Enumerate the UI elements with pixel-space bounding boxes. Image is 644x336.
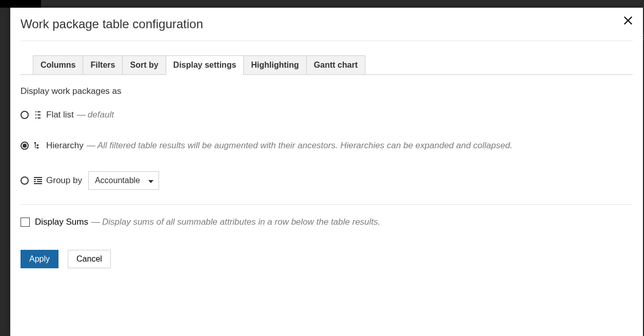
chevron-down-icon — [148, 176, 153, 185]
tab-display-settings[interactable]: Display settings — [166, 55, 244, 75]
option-group-by-label: Group by — [46, 175, 82, 186]
config-modal: Work package table configuration Columns… — [10, 8, 643, 336]
svg-rect-7 — [37, 117, 41, 118]
section-heading: Display work packages as — [21, 86, 633, 96]
tab-gantt-chart[interactable]: Gantt chart — [306, 55, 365, 75]
group-by-select-value: Accountable — [95, 176, 140, 185]
option-hierarchy-hint: All filtered table results will be augme… — [97, 141, 513, 151]
svg-rect-15 — [34, 179, 36, 180]
tab-columns[interactable]: Columns — [33, 55, 83, 75]
svg-rect-19 — [34, 183, 42, 184]
radio-group-by[interactable] — [21, 176, 29, 185]
svg-rect-11 — [37, 145, 38, 146]
flat-list-icon — [34, 111, 42, 119]
option-hierarchy[interactable]: Hierarchy — All filtered table results w… — [21, 141, 633, 151]
svg-rect-17 — [34, 181, 36, 182]
svg-rect-3 — [37, 111, 41, 112]
svg-rect-18 — [37, 181, 42, 182]
option-flat-list-label: Flat list — [46, 110, 74, 120]
tab-content: Display work packages as Flat list — def… — [21, 75, 633, 268]
option-hierarchy-label: Hierarchy — [46, 141, 84, 151]
display-sums-hint: Display sums of all summable attributes … — [102, 217, 380, 227]
dash: — — [91, 217, 100, 227]
tab-highlighting[interactable]: Highlighting — [243, 55, 306, 75]
background-stripe — [0, 0, 41, 8]
hierarchy-icon — [34, 142, 42, 150]
option-group-by[interactable]: Group by Accountable — [21, 171, 633, 190]
svg-rect-14 — [34, 177, 42, 178]
radio-flat-list[interactable] — [21, 111, 29, 119]
tab-sort-by[interactable]: Sort by — [122, 55, 166, 75]
svg-rect-8 — [34, 142, 36, 144]
radio-hierarchy[interactable] — [21, 142, 29, 150]
modal-title: Work package table configuration — [21, 17, 633, 31]
close-button[interactable] — [622, 15, 635, 27]
svg-rect-13 — [37, 147, 38, 149]
svg-rect-5 — [37, 114, 41, 115]
option-flat-list[interactable]: Flat list — default — [21, 110, 633, 120]
dash: — — [77, 110, 86, 120]
dash: — — [87, 141, 95, 151]
section-divider — [21, 204, 633, 205]
cancel-button[interactable]: Cancel — [68, 250, 111, 268]
svg-marker-20 — [148, 180, 153, 183]
svg-rect-16 — [37, 179, 42, 180]
group-by-icon — [34, 176, 42, 185]
title-divider — [21, 41, 633, 41]
svg-rect-4 — [35, 114, 36, 115]
svg-rect-6 — [35, 117, 36, 118]
action-buttons: Apply Cancel — [21, 250, 633, 268]
svg-rect-2 — [35, 111, 36, 112]
close-icon — [622, 15, 634, 26]
display-sums-label: Display Sums — [35, 217, 88, 227]
tabs-container: Columns Filters Sort by Display settings… — [21, 55, 633, 75]
display-sums-row[interactable]: Display Sums — Display sums of all summa… — [21, 217, 633, 227]
apply-button[interactable]: Apply — [21, 250, 58, 268]
group-by-select[interactable]: Accountable — [88, 171, 159, 190]
option-flat-list-hint: default — [88, 110, 114, 120]
display-sums-checkbox[interactable] — [21, 218, 30, 227]
tab-filters[interactable]: Filters — [83, 55, 123, 75]
